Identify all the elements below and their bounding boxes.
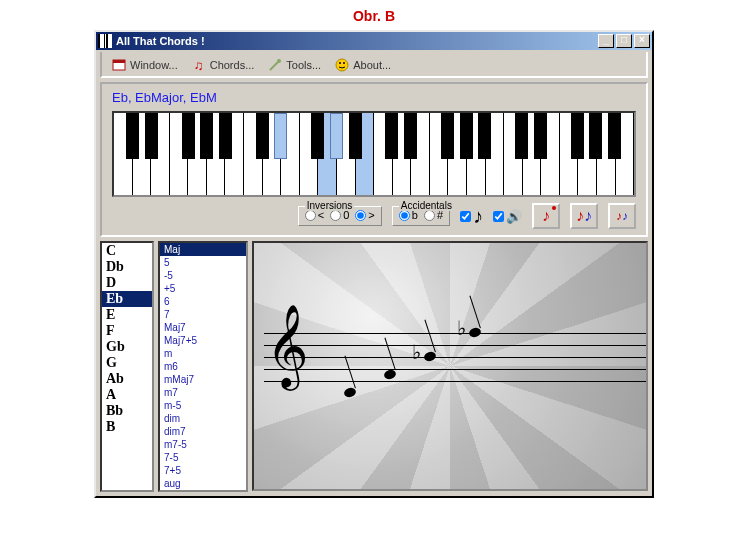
type-item[interactable]: -5 bbox=[160, 269, 246, 282]
white-key[interactable] bbox=[578, 113, 597, 195]
svg-point-4 bbox=[339, 62, 341, 64]
play-single-button[interactable]: ♪ bbox=[532, 203, 560, 229]
root-item[interactable]: Gb bbox=[102, 339, 152, 355]
type-item[interactable]: m6 bbox=[160, 360, 246, 373]
menu-window[interactable]: Window... bbox=[112, 58, 178, 72]
window-controls: _ □ × bbox=[598, 34, 650, 48]
white-key[interactable] bbox=[430, 113, 449, 195]
white-key[interactable] bbox=[170, 113, 189, 195]
type-item[interactable]: 7-5 bbox=[160, 451, 246, 464]
root-item[interactable]: D bbox=[102, 275, 152, 291]
music-notes-icon: ♫ bbox=[192, 58, 206, 72]
white-key[interactable] bbox=[318, 113, 337, 195]
white-key[interactable] bbox=[356, 113, 375, 195]
white-key[interactable] bbox=[225, 113, 244, 195]
minimize-button[interactable]: _ bbox=[598, 34, 614, 48]
white-key[interactable] bbox=[467, 113, 486, 195]
menu-about[interactable]: About... bbox=[335, 58, 391, 72]
white-key[interactable] bbox=[337, 113, 356, 195]
menu-chords[interactable]: ♫ Chords... bbox=[192, 58, 255, 72]
play-arpeggio-button[interactable]: ♪♪ bbox=[608, 203, 636, 229]
root-item[interactable]: G bbox=[102, 355, 152, 371]
root-item[interactable]: C bbox=[102, 243, 152, 259]
window-title: All That Chords ! bbox=[116, 35, 598, 47]
app-icon bbox=[98, 34, 112, 48]
white-key[interactable] bbox=[448, 113, 467, 195]
svg-rect-1 bbox=[113, 60, 125, 63]
menu-tools[interactable]: Tools... bbox=[268, 58, 321, 72]
root-item[interactable]: B bbox=[102, 419, 152, 435]
root-item[interactable]: Ab bbox=[102, 371, 152, 387]
smiley-icon bbox=[335, 58, 349, 72]
white-key[interactable] bbox=[188, 113, 207, 195]
white-key[interactable] bbox=[560, 113, 579, 195]
window-icon bbox=[112, 58, 126, 72]
play-chord-button[interactable]: ♪♪ bbox=[570, 203, 598, 229]
white-key[interactable] bbox=[374, 113, 393, 195]
treble-clef: 𝄞 bbox=[266, 305, 309, 388]
menu-chords-label: Chords... bbox=[210, 59, 255, 71]
menu-window-label: Window... bbox=[130, 59, 178, 71]
staff-panel: 𝄞 ♭♭ bbox=[252, 241, 648, 491]
white-key[interactable] bbox=[244, 113, 263, 195]
white-key[interactable] bbox=[411, 113, 430, 195]
white-key[interactable] bbox=[597, 113, 616, 195]
white-key[interactable] bbox=[263, 113, 282, 195]
inversion-option[interactable]: > bbox=[355, 209, 374, 221]
root-item[interactable]: Bb bbox=[102, 403, 152, 419]
white-key[interactable] bbox=[300, 113, 319, 195]
accidentals-title: Accidentals bbox=[399, 200, 454, 211]
piano-keyboard[interactable] bbox=[112, 111, 636, 197]
show-note-checkbox[interactable]: ♪ bbox=[460, 205, 483, 228]
accidentals-group: Accidentals b# bbox=[392, 206, 450, 226]
close-button[interactable]: × bbox=[634, 34, 650, 48]
speaker-icon: 🔊 bbox=[506, 209, 522, 224]
menu-tools-label: Tools... bbox=[286, 59, 321, 71]
flat-accidental: ♭ bbox=[457, 316, 466, 340]
white-key[interactable] bbox=[133, 113, 152, 195]
sound-checkbox[interactable]: 🔊 bbox=[493, 209, 522, 224]
white-key[interactable] bbox=[504, 113, 523, 195]
white-key[interactable] bbox=[523, 113, 542, 195]
flat-accidental: ♭ bbox=[412, 340, 421, 364]
type-item[interactable]: +5 bbox=[160, 282, 246, 295]
root-item[interactable]: F bbox=[102, 323, 152, 339]
type-item[interactable]: m-5 bbox=[160, 399, 246, 412]
chord-type-list[interactable]: Maj5-5+567Maj7Maj7+5mm6mMaj7m7m-5dimdim7… bbox=[158, 241, 248, 492]
svg-point-2 bbox=[277, 59, 281, 63]
root-item[interactable]: Db bbox=[102, 259, 152, 275]
type-item[interactable]: 5 bbox=[160, 256, 246, 269]
note-icon: ♪ bbox=[473, 205, 483, 228]
white-key[interactable] bbox=[281, 113, 300, 195]
root-note-list[interactable]: CDbDEbEFGbGAbABbB bbox=[100, 241, 154, 492]
app-window: All That Chords ! _ □ × Window... ♫ Chor… bbox=[94, 30, 654, 498]
menu-about-label: About... bbox=[353, 59, 391, 71]
white-key[interactable] bbox=[207, 113, 226, 195]
root-item[interactable]: Eb bbox=[102, 291, 152, 307]
type-item[interactable]: aug bbox=[160, 477, 246, 490]
white-key[interactable] bbox=[486, 113, 505, 195]
type-item[interactable]: 7 bbox=[160, 308, 246, 321]
type-item[interactable]: m7 bbox=[160, 386, 246, 399]
type-item[interactable]: dim7 bbox=[160, 425, 246, 438]
staff-lines bbox=[264, 333, 646, 393]
page-caption: Obr. B bbox=[0, 0, 748, 30]
type-item[interactable]: Maj7+5 bbox=[160, 334, 246, 347]
root-item[interactable]: E bbox=[102, 307, 152, 323]
white-key[interactable] bbox=[393, 113, 412, 195]
type-item[interactable]: 6 bbox=[160, 295, 246, 308]
white-key[interactable] bbox=[541, 113, 560, 195]
root-item[interactable]: A bbox=[102, 387, 152, 403]
white-key[interactable] bbox=[151, 113, 170, 195]
type-item[interactable]: m7-5 bbox=[160, 438, 246, 451]
menubar: Window... ♫ Chords... Tools... About... bbox=[100, 52, 648, 78]
white-key[interactable] bbox=[114, 113, 133, 195]
type-item[interactable]: 7+5 bbox=[160, 464, 246, 477]
type-item[interactable]: dim bbox=[160, 412, 246, 425]
type-item[interactable]: Maj7 bbox=[160, 321, 246, 334]
type-item[interactable]: m bbox=[160, 347, 246, 360]
white-key[interactable] bbox=[616, 113, 635, 195]
maximize-button[interactable]: □ bbox=[616, 34, 632, 48]
type-item[interactable]: mMaj7 bbox=[160, 373, 246, 386]
type-item[interactable]: Maj bbox=[160, 243, 246, 256]
